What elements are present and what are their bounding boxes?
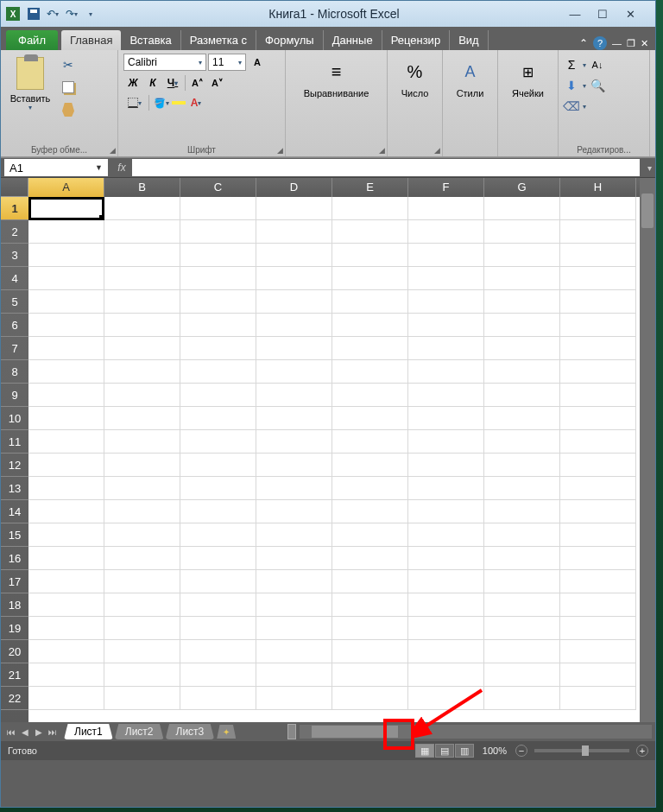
vertical-scroll-thumb[interactable] — [641, 193, 654, 228]
close-button[interactable]: ✕ — [624, 8, 636, 21]
cell[interactable] — [332, 407, 408, 430]
cell[interactable] — [28, 640, 104, 663]
row-header-5[interactable]: 5 — [1, 290, 28, 314]
cell[interactable] — [104, 337, 180, 360]
cell[interactable] — [104, 197, 180, 220]
cell[interactable] — [560, 454, 636, 477]
bold-button[interactable]: Ж — [123, 74, 142, 92]
cell[interactable] — [560, 360, 636, 384]
fill-color-button[interactable]: 🪣▾ — [152, 94, 171, 111]
row-header-12[interactable]: 12 — [1, 454, 28, 477]
cell[interactable] — [408, 360, 484, 384]
cell[interactable] — [256, 220, 332, 244]
sort-icon[interactable]: A↓ — [590, 57, 605, 73]
tab-review[interactable]: Рецензир — [382, 30, 451, 50]
cell[interactable] — [408, 220, 484, 244]
cell[interactable] — [28, 477, 104, 500]
paste-button[interactable]: Вставить ▾ — [6, 54, 54, 126]
cell[interactable] — [560, 663, 636, 687]
cell[interactable] — [332, 593, 408, 617]
zoom-in-button[interactable]: + — [636, 745, 648, 757]
cell[interactable] — [256, 640, 332, 663]
cell[interactable] — [560, 314, 636, 337]
cell[interactable] — [332, 570, 408, 593]
cell[interactable] — [560, 593, 636, 617]
new-sheet-button[interactable]: ✦ — [217, 725, 236, 739]
zoom-slider[interactable] — [534, 749, 629, 752]
cell[interactable] — [408, 244, 484, 267]
cell[interactable] — [256, 570, 332, 593]
cell[interactable] — [104, 687, 180, 710]
cell[interactable] — [484, 617, 560, 640]
row-header-4[interactable]: 4 — [1, 267, 28, 290]
cell[interactable] — [104, 593, 180, 617]
cell[interactable] — [560, 640, 636, 663]
cell[interactable] — [180, 290, 256, 314]
cell[interactable] — [180, 593, 256, 617]
qat-customize[interactable]: ▾ — [82, 5, 99, 22]
cell[interactable] — [104, 547, 180, 570]
cell[interactable] — [560, 244, 636, 267]
minimize-ribbon-icon[interactable]: ⌃ — [579, 37, 588, 49]
cell[interactable] — [484, 337, 560, 360]
cell[interactable] — [332, 220, 408, 244]
sheet-tab-3[interactable]: Лист3 — [166, 724, 215, 739]
cell[interactable] — [180, 454, 256, 477]
cell[interactable] — [408, 197, 484, 220]
cell[interactable] — [28, 454, 104, 477]
cell[interactable] — [560, 500, 636, 523]
cell[interactable] — [256, 547, 332, 570]
zoom-out-button[interactable]: − — [515, 745, 527, 757]
tab-view[interactable]: Вид — [450, 30, 489, 50]
tab-insert[interactable]: Вставка — [121, 30, 180, 50]
column-header-H[interactable]: H — [560, 178, 636, 197]
column-header-F[interactable]: F — [408, 178, 484, 197]
cell[interactable] — [104, 477, 180, 500]
cell[interactable] — [332, 500, 408, 523]
view-page-break-button[interactable]: ▥ — [455, 744, 474, 758]
alignment-dialog-launcher[interactable]: ◢ — [379, 146, 385, 155]
cell[interactable] — [408, 477, 484, 500]
cell[interactable] — [256, 663, 332, 687]
cell[interactable] — [484, 640, 560, 663]
cell[interactable] — [332, 430, 408, 454]
sheet-nav-first[interactable]: ⏮ — [4, 725, 18, 739]
cell[interactable] — [408, 593, 484, 617]
cell[interactable] — [28, 593, 104, 617]
cell[interactable] — [408, 500, 484, 523]
cell[interactable] — [180, 663, 256, 687]
cell[interactable] — [28, 360, 104, 384]
tab-file[interactable]: Файл — [6, 30, 58, 50]
cell[interactable] — [560, 384, 636, 407]
cell[interactable] — [332, 477, 408, 500]
cell[interactable] — [104, 570, 180, 593]
cell[interactable] — [256, 267, 332, 290]
cell[interactable] — [560, 547, 636, 570]
tab-home[interactable]: Главная — [61, 30, 121, 50]
cell[interactable] — [560, 477, 636, 500]
mdi-restore[interactable]: ❐ — [627, 38, 635, 49]
sheet-tab-1[interactable]: Лист1 — [64, 724, 113, 739]
cell[interactable] — [332, 314, 408, 337]
cell[interactable] — [484, 267, 560, 290]
cell[interactable] — [484, 244, 560, 267]
row-header-15[interactable]: 15 — [1, 523, 28, 547]
alignment-button[interactable]: ≡ Выравнивание — [291, 54, 382, 98]
cell[interactable] — [484, 197, 560, 220]
cell[interactable] — [560, 220, 636, 244]
cell[interactable] — [408, 617, 484, 640]
cell[interactable] — [28, 337, 104, 360]
cell[interactable] — [104, 220, 180, 244]
font-dialog-launcher[interactable]: ◢ — [277, 146, 283, 155]
cell[interactable] — [104, 523, 180, 547]
cell[interactable] — [408, 523, 484, 547]
sheet-tab-2[interactable]: Лист2 — [115, 724, 164, 739]
cell[interactable] — [332, 197, 408, 220]
column-header-C[interactable]: C — [180, 178, 256, 197]
cell[interactable] — [104, 663, 180, 687]
row-header-2[interactable]: 2 — [1, 220, 28, 244]
cell[interactable] — [332, 337, 408, 360]
cell[interactable] — [560, 337, 636, 360]
cell[interactable] — [256, 523, 332, 547]
cell[interactable] — [256, 454, 332, 477]
